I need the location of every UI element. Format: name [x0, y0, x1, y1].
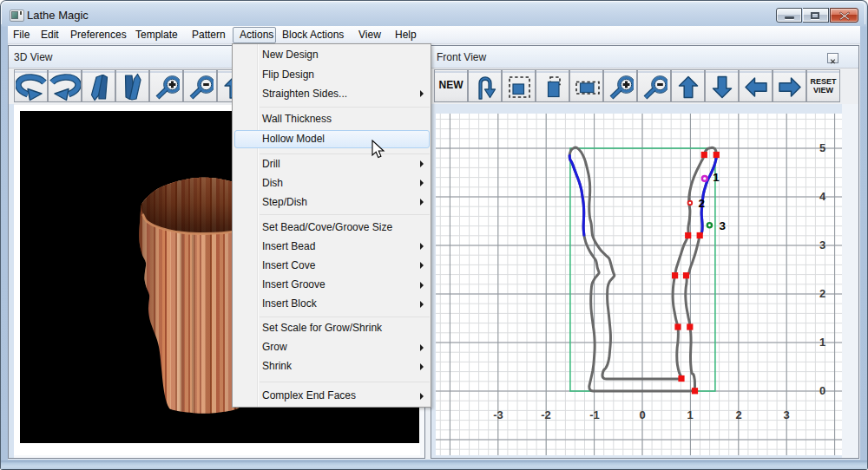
- svg-text:3: 3: [819, 238, 825, 251]
- svg-text:-2: -2: [541, 408, 551, 421]
- svg-text:2: 2: [819, 287, 825, 300]
- svg-text:2: 2: [699, 197, 706, 210]
- svg-text:1: 1: [687, 408, 693, 421]
- svg-text:-3: -3: [493, 408, 503, 421]
- svg-text:1: 1: [819, 336, 825, 349]
- svg-text:1: 1: [713, 171, 720, 184]
- svg-text:5: 5: [819, 141, 825, 154]
- svg-text:3: 3: [720, 219, 727, 232]
- svg-text:-1: -1: [589, 408, 600, 421]
- svg-text:2: 2: [735, 408, 741, 421]
- svg-text:0: 0: [639, 408, 645, 421]
- svg-text:3: 3: [783, 408, 789, 421]
- svg-text:4: 4: [819, 190, 826, 203]
- svg-text:0: 0: [819, 384, 825, 397]
